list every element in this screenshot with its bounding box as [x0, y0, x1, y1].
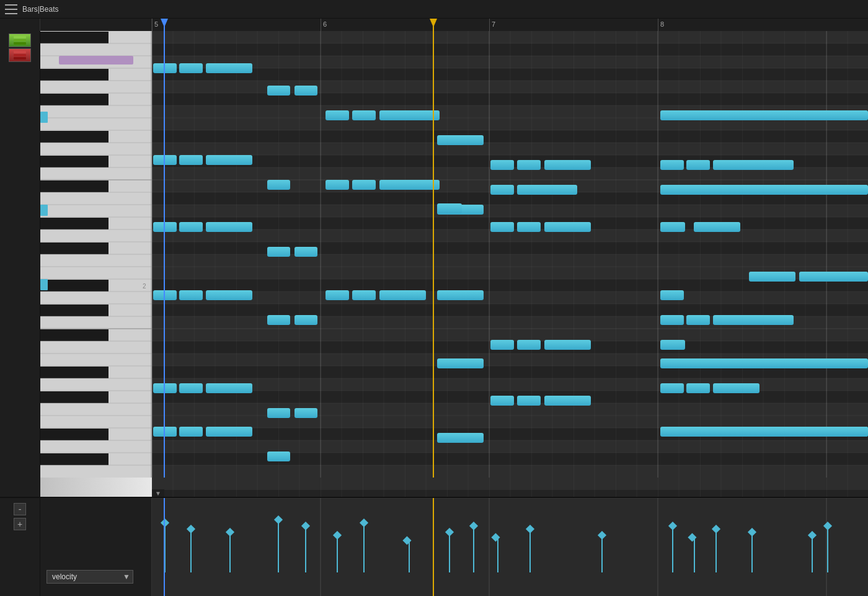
- velocity-minus-btn[interactable]: -: [14, 503, 26, 515]
- svg-rect-128: [490, 160, 514, 170]
- svg-rect-5: [14, 57, 26, 60]
- playhead-marker-yellow: [430, 19, 437, 27]
- svg-rect-206: [187, 525, 195, 533]
- svg-rect-59: [40, 112, 48, 123]
- svg-rect-61: [40, 279, 48, 290]
- timeline-piano-spacer: [40, 19, 152, 31]
- svg-rect-167: [437, 290, 484, 300]
- svg-rect-166: [379, 290, 426, 300]
- svg-rect-163: [294, 315, 317, 325]
- svg-rect-165: [352, 290, 376, 300]
- btn-red[interactable]: [9, 48, 31, 62]
- svg-rect-17: [40, 329, 108, 341]
- svg-rect-158: [799, 272, 868, 282]
- svg-rect-152: [490, 222, 514, 232]
- svg-rect-15: [40, 280, 108, 291]
- grid-area[interactable]: ▼: [152, 31, 868, 497]
- svg-rect-210: [274, 515, 283, 524]
- svg-rect-184: [267, 408, 290, 418]
- timeline-ruler: 5 6 7 8: [152, 19, 868, 31]
- left-panel: [0, 31, 40, 497]
- svg-rect-18: [40, 367, 108, 378]
- btn-green-bright[interactable]: [9, 33, 31, 47]
- svg-rect-147: [179, 222, 203, 232]
- svg-rect-230: [598, 531, 606, 540]
- svg-rect-8: [40, 69, 108, 81]
- svg-rect-216: [360, 518, 368, 527]
- svg-rect-151: [437, 203, 462, 213]
- timeline-left-spacer: [0, 19, 40, 31]
- svg-rect-175: [660, 340, 685, 350]
- svg-rect-153: [517, 222, 541, 232]
- svg-rect-194: [267, 451, 290, 461]
- svg-rect-214: [333, 531, 342, 540]
- svg-rect-157: [749, 272, 795, 282]
- piano-roll: 5 6 7 8: [0, 19, 868, 596]
- svg-rect-144: [713, 160, 794, 170]
- svg-rect-236: [712, 525, 720, 533]
- svg-rect-16: [40, 305, 108, 316]
- svg-rect-193: [206, 427, 252, 437]
- svg-rect-208: [226, 528, 234, 536]
- barline-5: [152, 19, 153, 31]
- svg-rect-142: [660, 160, 684, 170]
- svg-rect-148: [206, 222, 252, 232]
- svg-rect-240: [808, 531, 817, 540]
- notes-svg: [152, 31, 868, 478]
- svg-rect-170: [544, 340, 591, 350]
- svg-rect-3: [14, 51, 26, 53]
- velocity-dropdown[interactable]: velocity ▼: [46, 570, 133, 584]
- svg-text:2: 2: [143, 283, 146, 290]
- svg-rect-0: [14, 36, 26, 38]
- svg-rect-20: [40, 429, 108, 440]
- svg-rect-156: [694, 222, 740, 232]
- svg-rect-137: [352, 180, 376, 190]
- svg-rect-19: [40, 391, 108, 403]
- svg-rect-124: [326, 110, 349, 120]
- bar-5: 5: [152, 20, 158, 28]
- velocity-label-area: velocity ▼: [40, 498, 152, 596]
- svg-rect-172: [686, 315, 710, 325]
- velocity-dropdown-container[interactable]: velocity ▼: [46, 570, 145, 584]
- svg-rect-195: [437, 433, 484, 443]
- svg-rect-150: [294, 247, 317, 257]
- svg-rect-149: [267, 247, 290, 257]
- svg-rect-1: [14, 39, 26, 42]
- svg-rect-224: [491, 533, 500, 541]
- svg-rect-185: [294, 408, 317, 418]
- menu-icon[interactable]: [5, 4, 17, 14]
- svg-rect-171: [660, 290, 684, 300]
- svg-rect-218: [402, 536, 411, 545]
- svg-rect-234: [688, 533, 696, 541]
- svg-rect-183: [206, 383, 252, 393]
- svg-rect-126: [379, 110, 440, 120]
- svg-rect-120: [179, 63, 203, 73]
- svg-rect-186: [490, 396, 514, 406]
- svg-rect-160: [179, 290, 203, 300]
- svg-rect-155: [660, 222, 685, 232]
- svg-rect-11: [40, 156, 108, 167]
- svg-rect-7: [40, 32, 108, 43]
- piano-keyboard: /* We'll hardcode via HTML below */: [40, 31, 152, 497]
- svg-rect-143: [686, 160, 710, 170]
- velocity-plus-btn[interactable]: +: [14, 518, 26, 530]
- svg-rect-173: [713, 315, 794, 325]
- scroll-down-arrow[interactable]: ▼: [152, 489, 164, 497]
- svg-rect-134: [206, 155, 252, 165]
- svg-rect-190: [799, 427, 868, 437]
- svg-rect-238: [748, 528, 756, 536]
- barline-7: [489, 19, 490, 31]
- velocity-grid[interactable]: [152, 498, 868, 596]
- svg-rect-136: [326, 180, 349, 190]
- toolbar: Bars|Beats: [0, 0, 868, 19]
- svg-rect-220: [445, 528, 454, 536]
- bar-7: 7: [489, 20, 495, 28]
- svg-rect-58: [59, 56, 133, 64]
- svg-rect-179: [686, 383, 710, 393]
- svg-rect-174: [660, 315, 684, 325]
- svg-rect-242: [823, 522, 832, 530]
- svg-rect-145: [660, 185, 868, 195]
- svg-rect-10: [40, 131, 108, 143]
- svg-rect-127: [437, 135, 484, 145]
- svg-rect-140: [490, 185, 514, 195]
